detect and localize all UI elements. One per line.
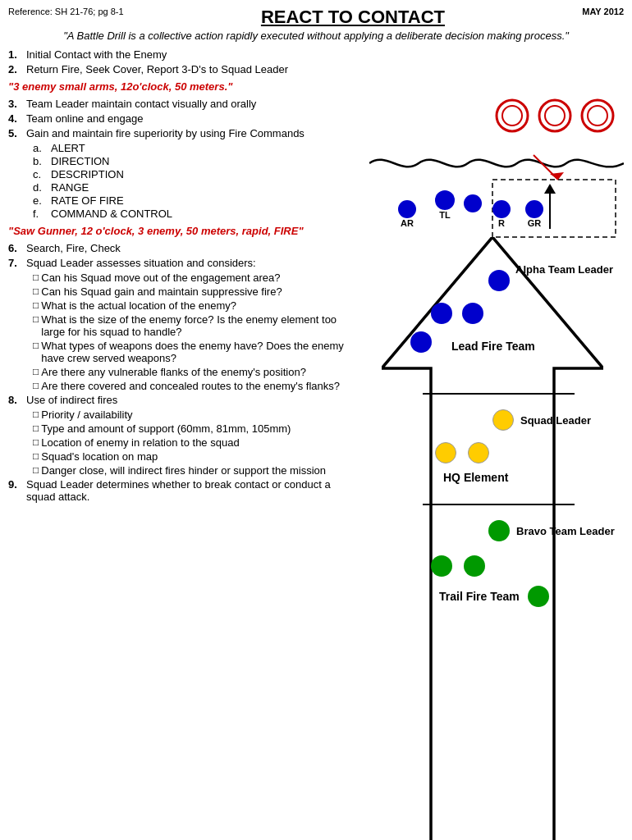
step-6: 6. Search, Fire, Check: [8, 242, 361, 254]
lead-fire-team-text: Lead Fire Team: [451, 340, 535, 353]
trail-dot1: [431, 555, 452, 577]
hq-dots: [435, 442, 489, 463]
step-7-text: Squad Leader assesses situation and cons…: [26, 257, 361, 269]
svg-point-3: [545, 106, 565, 126]
step-5b-text: DIRECTION: [51, 155, 110, 167]
alpha-leader-label: Alpha Team Leader: [515, 263, 613, 276]
step-5f-text: COMMAND & CONTROL: [51, 208, 172, 220]
tl-position: TL: [435, 190, 455, 220]
step-4: 4. Team online and engage: [8, 112, 361, 125]
step-7-cb4: □ What is the size of the enemy force? I…: [33, 313, 361, 338]
step-5-number: 5.: [8, 127, 26, 139]
squad-leader-area: Squad Leader: [492, 409, 591, 431]
step-7-cb1-text: Can his Squad move out of the engagement…: [41, 272, 280, 284]
step-5d: d. RANGE: [33, 181, 361, 194]
gr-position: GR: [525, 200, 543, 228]
step-7-cb3-text: What is the actual location of the enemy…: [41, 299, 236, 312]
step-9-text: Squad Leader determines whether to break…: [26, 478, 361, 503]
bravo-leader-area: Bravo Team Leader: [488, 520, 615, 541]
squad-leader-text: Squad Leader: [520, 414, 591, 427]
step-5: 5. Gain and maintain fire superiority by…: [8, 127, 361, 139]
tl-dot: [435, 190, 455, 210]
step-5e-text: RATE OF FIRE: [51, 194, 124, 207]
svg-point-2: [539, 100, 570, 131]
tl2-dot: [464, 194, 482, 212]
gr-label: GR: [525, 218, 543, 228]
step-7-cb5-text: What types of weapons does the enemy hav…: [41, 340, 361, 364]
step-1-text: Initial Contact with the Enemy: [26, 48, 361, 61]
step-7-cb7: □ Are there covered and concealed routes…: [33, 380, 361, 392]
step-7-number: 7.: [8, 257, 26, 269]
svg-marker-10: [544, 184, 556, 194]
trail-dot3: [528, 586, 549, 607]
lead-fire-team-label: Lead Fire Team: [451, 340, 535, 353]
trail-dot2: [464, 555, 485, 577]
step-7-cb2-text: Can his Squad gain and maintain suppress…: [41, 285, 282, 298]
step-8-cb3-text: Location of enemy in relation to the squ…: [41, 436, 239, 449]
step-8-cb2-text: Type and amount of support (60mm, 81mm, …: [41, 422, 291, 435]
date-text: MAY 2012: [582, 7, 624, 16]
lft-dot3: [410, 331, 432, 353]
step-8-text: Use of indirect fires: [26, 394, 361, 406]
step-8-cb1: □ Priority / availability: [33, 409, 361, 421]
squad-leader-dot: [492, 409, 514, 431]
step-2: 2. Return Fire, Seek Cover, Report 3-D's…: [8, 63, 361, 75]
svg-point-4: [582, 100, 613, 131]
step-7-cb1: □ Can his Squad move out of the engageme…: [33, 272, 361, 284]
main-title: REACT TO CONTACT: [124, 7, 583, 28]
trail-label-area: Trail Fire Team: [439, 586, 549, 607]
step-3: 3. Team Leader maintain contact visually…: [8, 98, 361, 110]
lead-fire-team-label-area: [410, 331, 432, 358]
svg-point-0: [497, 100, 528, 131]
lead-fire-team-dots: [431, 303, 483, 324]
svg-point-1: [502, 106, 522, 126]
lft-dot2: [462, 303, 483, 324]
step-8-cb2: □ Type and amount of support (60mm, 81mm…: [33, 422, 361, 435]
step-3-number: 3.: [8, 98, 26, 110]
step-5a-text: ALERT: [51, 142, 85, 154]
header-row: Reference: SH 21-76; pg 8-1 REACT TO CON…: [8, 7, 624, 28]
tl2-position: [464, 194, 482, 212]
r-label: R: [492, 218, 511, 228]
step-8-cb1-text: Priority / availability: [41, 409, 132, 421]
step-6-number: 6.: [8, 242, 26, 254]
content-area: 1. Initial Contact with the Enemy 2. Ret…: [8, 48, 624, 828]
step-7-cb5: □ What types of weapons does the enemy h…: [33, 340, 361, 364]
diagram-container: AR TL R GR: [369, 48, 624, 828]
step-5b: b. DIRECTION: [33, 155, 361, 167]
step-5c-text: DESCRIPTION: [51, 168, 124, 180]
r-position: R: [492, 200, 511, 228]
step-7-cb4-text: What is the size of the enemy force? Is …: [41, 313, 361, 338]
bravo-leader-dot: [488, 520, 510, 541]
page: Reference: SH 21-76; pg 8-1 REACT TO CON…: [0, 0, 632, 840]
step-4-text: Team online and engage: [26, 112, 361, 125]
red-quote-1: "3 enemy small arms, 12o'clock, 50 meter…: [8, 80, 361, 93]
hq-dot2: [468, 442, 489, 463]
step-8: 8. Use of indirect fires: [8, 394, 361, 406]
svg-point-5: [588, 106, 607, 126]
step-8-cb5: □ Danger close, will indirect fires hind…: [33, 464, 361, 477]
step-7-cb3: □ What is the actual location of the ene…: [33, 299, 361, 312]
step-5f: f. COMMAND & CONTROL: [33, 208, 361, 220]
lft-dot1: [431, 303, 452, 324]
step-5e: e. RATE OF FIRE: [33, 194, 361, 207]
right-column: AR TL R GR: [369, 48, 624, 828]
step-1: 1. Initial Contact with the Enemy: [8, 48, 361, 61]
step-2-text: Return Fire, Seek Cover, Report 3-D's to…: [26, 63, 361, 75]
step-7: 7. Squad Leader assesses situation and c…: [8, 257, 361, 269]
trail-fire-team-text: Trail Fire Team: [439, 590, 520, 603]
step-8-cb5-text: Danger close, will indirect fires hinder…: [41, 464, 326, 477]
step-7-cb7-text: Are there covered and concealed routes t…: [41, 380, 340, 392]
step-1-number: 1.: [8, 48, 26, 61]
bravo-leader-text: Bravo Team Leader: [516, 525, 615, 537]
svg-rect-8: [492, 180, 616, 237]
step-3-text: Team Leader maintain contact visually an…: [26, 98, 361, 110]
step-9: 9. Squad Leader determines whether to br…: [8, 478, 361, 503]
trail-dots: [431, 555, 485, 577]
step-7-cb6: □ Are there any vulnerable flanks of the…: [33, 366, 361, 378]
subtitle: "A Battle Drill is a collective action r…: [8, 30, 624, 42]
gr-dot: [525, 200, 543, 218]
tl-label: TL: [435, 210, 455, 220]
alpha-leader-text: Alpha Team Leader: [515, 263, 613, 276]
enemy-circles-group: [494, 98, 616, 134]
